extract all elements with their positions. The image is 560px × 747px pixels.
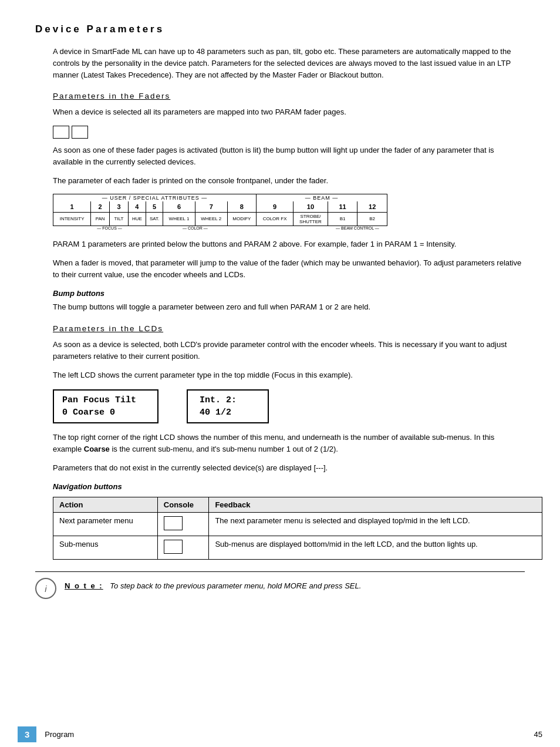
chapter-number: 3 (18, 726, 36, 742)
bump-heading: Bump buttons (53, 289, 525, 298)
footer-left: 3 Program (18, 726, 74, 742)
col-feedback: Feedback (209, 497, 542, 513)
lcd-right-line1: Int. 2: (200, 394, 256, 406)
coarse-bold: Coarse (84, 445, 110, 453)
table-row: Sub-menus Sub-menus are displayed bottom… (53, 536, 542, 560)
row2-feedback: Sub-menus are displayed bottom/mid in th… (209, 536, 542, 560)
col-action: Action (53, 497, 158, 513)
lcd-right-line2: 40 1/2 (200, 406, 256, 419)
page-title: Device Parameters (35, 23, 525, 35)
lcd-left: Pan Focus Tilt 0 Coarse 0 (53, 389, 158, 423)
section1-para2: As soon as one of these fader pages is a… (53, 144, 525, 168)
info-icon: i (35, 578, 56, 599)
nav-heading: Navigation buttons (53, 482, 525, 491)
lcd-left-line2: 0 Coarse 0 (62, 406, 149, 419)
table-row: Next parameter menu The next parameter m… (53, 513, 542, 536)
section1-heading: Parameters in the Faders (53, 92, 525, 100)
col-console: Console (157, 497, 209, 513)
para3-cont: is the current sub-menu, and it's sub-me… (112, 445, 338, 453)
section1-para1: When a device is selected all its parame… (53, 106, 525, 118)
lcd-left-line1: Pan Focus Tilt (62, 394, 149, 406)
row1-console (157, 513, 209, 536)
navigation-table: Action Console Feedback Next parameter m… (53, 497, 542, 560)
fader-diagram: — USER / SPECIAL ATTRIBUTES — — BEAM — 1… (53, 194, 525, 230)
section2-para1: As soon as a device is selected, both LC… (53, 339, 525, 362)
section2-para3: The top right corner of the right LCD sh… (53, 432, 525, 455)
section2-para2: The left LCD shows the current parameter… (53, 369, 525, 381)
note-body: To step back to the previous parameter m… (110, 581, 361, 590)
note-box: i N o t e : To step back to the previous… (35, 571, 525, 599)
section1-para3: The parameter of each fader is printed o… (53, 175, 525, 187)
note-label: N o t e : (65, 581, 103, 590)
console-btn-2 (164, 540, 183, 554)
section2-para4: Parameters that do not exist in the curr… (53, 462, 525, 474)
console-btn-1 (164, 516, 183, 530)
bump-text: The bump buttons will toggle a parameter… (53, 301, 525, 313)
note-text: N o t e : To step back to the previous p… (65, 578, 361, 590)
param-text2: When a fader is moved, that parameter wi… (53, 257, 525, 281)
footer-page-number: 45 (534, 730, 542, 739)
row2-action: Sub-menus (53, 536, 158, 560)
section2-heading: Parameters in the LCDs (53, 324, 525, 333)
param-text1: PARAM 1 parameters are printed below the… (53, 238, 525, 250)
row1-feedback: The next parameter menu is selected and … (209, 513, 542, 536)
footer: 3 Program 45 (0, 721, 560, 747)
param-btn-2 (72, 126, 88, 139)
intro-text: A device in SmartFade ML can have up to … (53, 46, 525, 81)
param-btn-1 (53, 126, 69, 139)
row2-console (157, 536, 209, 560)
footer-section: Program (45, 730, 74, 739)
lcd-display-container: Pan Focus Tilt 0 Coarse 0 Int. 2: 40 1/2 (53, 389, 525, 423)
param-buttons-display (53, 126, 525, 139)
lcd-right: Int. 2: 40 1/2 (187, 389, 269, 423)
row1-action: Next parameter menu (53, 513, 158, 536)
page-content: Device Parameters A device in SmartFade … (0, 0, 560, 634)
